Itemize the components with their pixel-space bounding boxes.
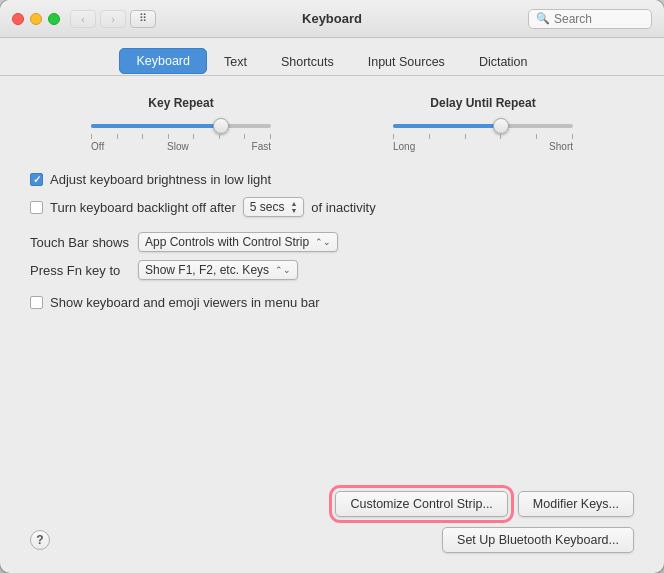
content-area: Key Repeat — [0, 76, 664, 573]
touchbar-shows-label: Touch Bar shows — [30, 235, 130, 250]
key-repeat-left-label: Off — [91, 141, 104, 152]
modifier-keys-button[interactable]: Modifier Keys... — [518, 491, 634, 517]
back-button[interactable]: ‹ — [70, 10, 96, 28]
tab-keyboard[interactable]: Keyboard — [119, 48, 207, 74]
close-button[interactable] — [12, 13, 24, 25]
delay-until-repeat-slider-container: Long Short — [393, 116, 573, 152]
turn-off-backlight-row: Turn keyboard backlight off after 5 secs… — [30, 197, 634, 217]
delay-until-repeat-label: Delay Until Repeat — [430, 96, 535, 110]
touchbar-shows-select[interactable]: App Controls with Control Strip ⌃⌄ — [138, 232, 338, 252]
help-button[interactable]: ? — [30, 530, 50, 550]
window-title: Keyboard — [302, 11, 362, 26]
fn-key-label: Press Fn key to — [30, 263, 130, 278]
traffic-lights — [12, 13, 60, 25]
minimize-button[interactable] — [30, 13, 42, 25]
show-keyboard-row: Show keyboard and emoji viewers in menu … — [30, 295, 634, 310]
key-repeat-track — [91, 124, 271, 128]
nav-buttons: ‹ › — [70, 10, 126, 28]
fn-key-value: Show F1, F2, etc. Keys — [145, 263, 269, 277]
touchbar-shows-row: Touch Bar shows App Controls with Contro… — [30, 232, 634, 252]
tab-shortcuts[interactable]: Shortcuts — [264, 49, 351, 76]
tab-text[interactable]: Text — [207, 49, 264, 76]
fn-key-arrow: ⌃⌄ — [275, 265, 291, 275]
bottom-buttons-row1: Customize Control Strip... Modifier Keys… — [30, 491, 634, 517]
touchbar-shows-value: App Controls with Control Strip — [145, 235, 309, 249]
stepper-up[interactable]: ▲ — [290, 200, 297, 207]
key-repeat-labels: Off Slow Fast — [91, 141, 271, 152]
key-repeat-ticks — [91, 134, 271, 139]
backlight-time-stepper[interactable]: ▲ ▼ — [290, 200, 297, 214]
search-icon: 🔍 — [536, 12, 550, 25]
key-repeat-right-label: Fast — [252, 141, 271, 152]
turn-off-backlight-checkbox[interactable] — [30, 201, 43, 214]
show-keyboard-checkbox[interactable] — [30, 296, 43, 309]
keyboard-preferences-window: ‹ › ⠿ Keyboard 🔍 Keyboard Text Shortcuts… — [0, 0, 664, 573]
delay-until-repeat-labels: Long Short — [393, 141, 573, 152]
grid-button[interactable]: ⠿ — [130, 10, 156, 28]
tab-dictation[interactable]: Dictation — [462, 49, 545, 76]
tab-input-sources[interactable]: Input Sources — [351, 49, 462, 76]
key-repeat-label: Key Repeat — [148, 96, 213, 110]
bottom-last-row: ? Set Up Bluetooth Keyboard... — [30, 527, 634, 553]
fn-key-select[interactable]: Show F1, F2, etc. Keys ⌃⌄ — [138, 260, 298, 280]
search-input[interactable] — [554, 12, 644, 26]
spacer — [30, 325, 634, 481]
key-repeat-mid-label: Slow — [167, 141, 189, 152]
tabs-bar: Keyboard Text Shortcuts Input Sources Di… — [0, 38, 664, 76]
stepper-down[interactable]: ▼ — [290, 207, 297, 214]
turn-off-backlight-suffix: of inactivity — [311, 200, 375, 215]
set-up-bluetooth-button[interactable]: Set Up Bluetooth Keyboard... — [442, 527, 634, 553]
delay-until-repeat-track — [393, 124, 573, 128]
key-repeat-fill — [91, 124, 221, 128]
key-repeat-group: Key Repeat — [30, 96, 332, 152]
sliders-row: Key Repeat — [30, 96, 634, 152]
forward-button[interactable]: › — [100, 10, 126, 28]
delay-until-repeat-ticks — [393, 134, 573, 139]
maximize-button[interactable] — [48, 13, 60, 25]
backlight-time-value: 5 secs — [250, 200, 285, 214]
key-repeat-thumb[interactable] — [213, 118, 229, 134]
touchbar-section: Touch Bar shows App Controls with Contro… — [30, 232, 634, 280]
touchbar-shows-arrow: ⌃⌄ — [315, 237, 331, 247]
titlebar: ‹ › ⠿ Keyboard 🔍 — [0, 0, 664, 38]
options-section: Adjust keyboard brightness in low light … — [30, 172, 634, 217]
adjust-brightness-row: Adjust keyboard brightness in low light — [30, 172, 634, 187]
customize-control-strip-button[interactable]: Customize Control Strip... — [335, 491, 507, 517]
fn-key-row: Press Fn key to Show F1, F2, etc. Keys ⌃… — [30, 260, 634, 280]
turn-off-backlight-label: Turn keyboard backlight off after — [50, 200, 236, 215]
delay-until-repeat-left-label: Long — [393, 141, 415, 152]
adjust-brightness-label: Adjust keyboard brightness in low light — [50, 172, 271, 187]
show-keyboard-label: Show keyboard and emoji viewers in menu … — [50, 295, 320, 310]
backlight-time-select[interactable]: 5 secs ▲ ▼ — [243, 197, 305, 217]
delay-until-repeat-right-label: Short — [549, 141, 573, 152]
adjust-brightness-checkbox[interactable] — [30, 173, 43, 186]
delay-until-repeat-thumb[interactable] — [493, 118, 509, 134]
delay-until-repeat-group: Delay Until Repeat L — [332, 96, 634, 152]
search-box[interactable]: 🔍 — [528, 9, 652, 29]
key-repeat-slider-container: Off Slow Fast — [91, 116, 271, 152]
delay-until-repeat-fill — [393, 124, 501, 128]
